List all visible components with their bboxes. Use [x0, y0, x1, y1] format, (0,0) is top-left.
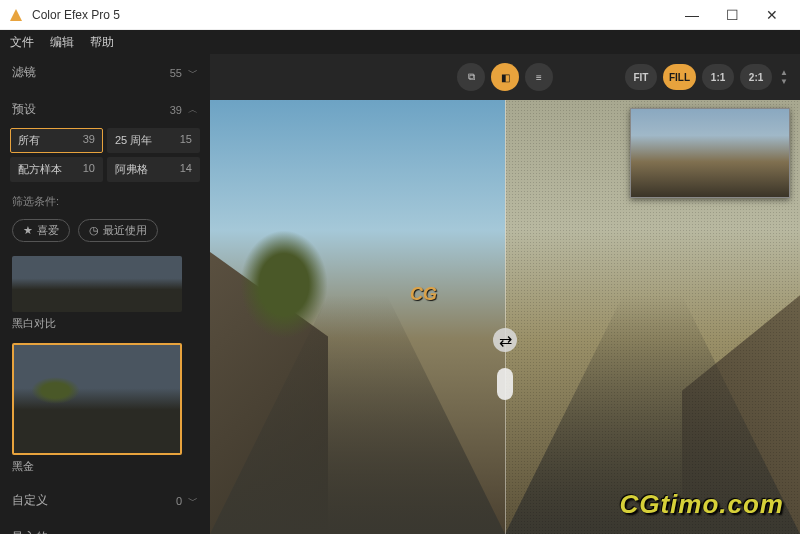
swap-icon: ⇄	[499, 331, 512, 350]
pill-recent[interactable]: ◷ 最近使用	[78, 219, 158, 242]
content-area: 滤镜 55 ﹀ 预设 39 ︿ 所有 39 25 周年 15 配方样本 10 阿…	[0, 54, 800, 534]
menu-bar: 文件 编辑 帮助	[0, 30, 800, 54]
view-mode-group: ⧉ ◧ ≡	[457, 63, 553, 91]
preset-thumbnail	[12, 343, 182, 455]
canvas-toolbar: ⧉ ◧ ≡ FIT FILL 1:1 2:1 ▲ ▼	[210, 54, 800, 100]
section-count: 55	[170, 67, 182, 79]
app-icon	[8, 7, 24, 23]
pill-favorites[interactable]: ★ 喜爱	[12, 219, 70, 242]
sidebar: 滤镜 55 ﹀ 预设 39 ︿ 所有 39 25 周年 15 配方样本 10 阿…	[0, 54, 210, 534]
zoom-1to1-button[interactable]: 1:1	[702, 64, 734, 90]
svg-marker-0	[10, 9, 22, 21]
split-icon: ◧	[501, 72, 510, 83]
section-label: 自定义	[12, 492, 48, 509]
maximize-button[interactable]: ☐	[712, 1, 752, 29]
zoom-2to1-button[interactable]: 2:1	[740, 64, 772, 90]
section-imported[interactable]: 导入的 0 ﹀	[0, 519, 210, 534]
menu-help[interactable]: 帮助	[90, 34, 114, 51]
zoom-fill-button[interactable]: FILL	[663, 64, 696, 90]
sliders-icon: ≡	[536, 72, 542, 83]
star-icon: ★	[23, 224, 33, 237]
preset-label: 黑金	[12, 459, 198, 474]
navigator-thumbnail[interactable]	[630, 108, 790, 198]
before-pane	[210, 100, 505, 534]
title-bar: Color Efex Pro 5 — ☐ ✕	[0, 0, 800, 30]
section-label: 滤镜	[12, 64, 36, 81]
split-divider[interactable]	[505, 100, 506, 534]
triangle-down-icon: ▼	[780, 77, 788, 86]
recent-icon: ◷	[89, 224, 99, 237]
split-handle-button[interactable]: ⇄	[493, 328, 517, 352]
watermark-logo: CG	[410, 284, 437, 305]
zoom-stepper[interactable]: ▲ ▼	[780, 68, 788, 86]
chevron-down-icon: ﹀	[188, 531, 198, 535]
section-presets[interactable]: 预设 39 ︿	[0, 91, 210, 128]
triangle-up-icon: ▲	[780, 68, 788, 77]
category-all[interactable]: 所有 39	[10, 128, 103, 153]
filter-by-label: 筛选条件:	[0, 190, 210, 213]
window-title: Color Efex Pro 5	[32, 8, 672, 22]
category-25th[interactable]: 25 周年 15	[107, 128, 200, 153]
chevron-down-icon: ﹀	[188, 494, 198, 508]
minimize-button[interactable]: —	[672, 1, 712, 29]
compare-icon: ⧉	[468, 71, 475, 83]
category-recipe-samples[interactable]: 配方样本 10	[10, 157, 103, 182]
watermark-text: CGtimo.com	[619, 489, 784, 520]
preset-label: 黑白对比	[12, 316, 198, 331]
section-custom[interactable]: 自定义 0 ﹀	[0, 482, 210, 519]
preset-thumbnail	[12, 256, 182, 312]
section-count: 39	[170, 104, 182, 116]
window-controls: — ☐ ✕	[672, 1, 792, 29]
split-view-button[interactable]: ◧	[491, 63, 519, 91]
section-label: 导入的	[12, 529, 48, 534]
preset-item-selected[interactable]: ★ 黑金	[0, 339, 210, 482]
menu-edit[interactable]: 编辑	[50, 34, 74, 51]
split-drag-handle[interactable]	[497, 368, 513, 400]
zoom-group: FIT FILL 1:1 2:1 ▲ ▼	[625, 64, 788, 90]
category-grid: 所有 39 25 周年 15 配方样本 10 阿弗格 14	[0, 128, 210, 190]
category-afg[interactable]: 阿弗格 14	[107, 157, 200, 182]
compare-button[interactable]: ⧉	[457, 63, 485, 91]
sliders-button[interactable]: ≡	[525, 63, 553, 91]
section-filters[interactable]: 滤镜 55 ﹀	[0, 54, 210, 91]
filter-pills: ★ 喜爱 ◷ 最近使用	[0, 213, 210, 252]
section-count: 0	[176, 495, 182, 507]
chevron-down-icon: ﹀	[188, 66, 198, 80]
chevron-up-icon: ︿	[188, 103, 198, 117]
section-label: 预设	[12, 101, 36, 118]
menu-file[interactable]: 文件	[10, 34, 34, 51]
preset-item[interactable]: 黑白对比	[0, 252, 210, 339]
close-button[interactable]: ✕	[752, 1, 792, 29]
canvas-area: ⧉ ◧ ≡ FIT FILL 1:1 2:1 ▲ ▼	[210, 54, 800, 534]
zoom-fit-button[interactable]: FIT	[625, 64, 657, 90]
image-viewport[interactable]: ⇄ CG CGtimo.com	[210, 100, 800, 534]
